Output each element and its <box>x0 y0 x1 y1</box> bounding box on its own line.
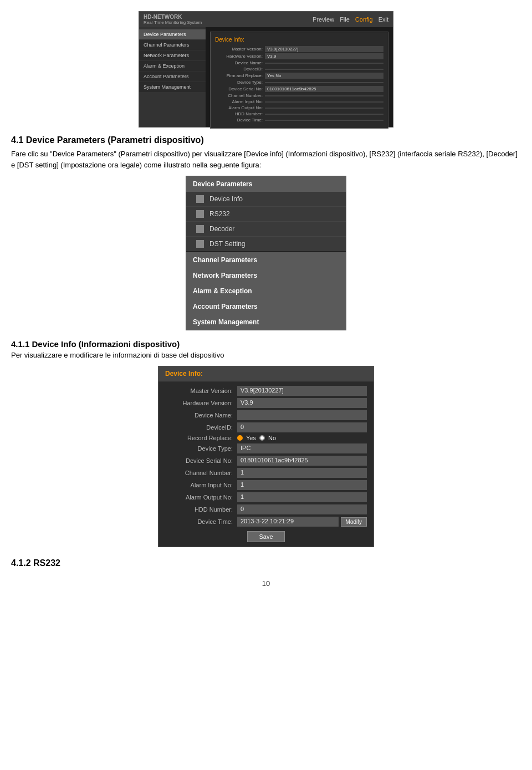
nav-exit[interactable]: Exit <box>378 16 388 23</box>
sidebar-network-params[interactable]: Network Parameters <box>139 50 206 60</box>
top-screenshot-window: HD-NETWORK Real-Time Monitoring System P… <box>139 11 393 128</box>
top-content: Device Parameters Channel Parameters Net… <box>139 27 393 127</box>
top-device-info-title: Device Info: <box>215 37 383 43</box>
radio-no-label[interactable]: No <box>268 435 276 441</box>
top-row-device-time: Device Time: <box>215 118 383 123</box>
top-row-device-id: DeviceID: <box>215 67 383 72</box>
menu-item-rs232-label: RS232 <box>209 210 230 218</box>
top-row-channel: Channel Number: <box>215 93 383 98</box>
save-button[interactable]: Save <box>247 531 284 542</box>
form-row-record-replace: Record Replace: Yes No <box>165 435 367 441</box>
form-row-alarm-out: Alarm Output No: 1 <box>165 492 367 502</box>
menu-item-decoder-label: Decoder <box>209 225 234 233</box>
form-title: Device Info: <box>158 366 374 381</box>
alarm-out-value: 1 <box>237 492 367 502</box>
top-screenshot-area: HD-NETWORK Real-Time Monitoring System P… <box>0 11 532 128</box>
sidebar-system-mgmt[interactable]: System Management <box>139 82 206 92</box>
top-row-hardware: Hardware Version: V3.9 <box>215 53 383 59</box>
nav-file[interactable]: File <box>340 16 350 23</box>
device-type-value: IPC <box>237 443 367 453</box>
top-row-alarm-in: Alarm Input No: <box>215 99 383 104</box>
menu-item-dst-label: DST Setting <box>209 240 245 248</box>
device-time-value: 2013-3-22 10:21:29 <box>237 517 339 527</box>
menu-screenshot: Device Parameters Device Info RS232 Deco… <box>0 176 532 330</box>
form-row-deviceid: DeviceID: 0 <box>165 422 367 432</box>
system-mgmt-header: System Management <box>186 314 346 330</box>
section3-title: 4.1.2 RS232 <box>11 558 521 568</box>
device-time-container: 2013-3-22 10:21:29 Modify <box>237 517 367 527</box>
top-row-record-replace: Firm and Replace: Yes No <box>215 73 383 79</box>
modify-button[interactable]: Modify <box>341 517 367 527</box>
top-main-content: Device Info: Master Version: V3.9[201302… <box>206 27 393 127</box>
menu-item-dst[interactable]: DST Setting <box>186 237 346 252</box>
alarm-exception-header: Alarm & Exception <box>186 283 346 299</box>
page-number: 10 <box>0 579 532 588</box>
device-info-icon <box>196 195 204 203</box>
top-row-device-name: Device Name: <box>215 60 383 65</box>
radio-yes-label[interactable]: Yes <box>246 435 256 441</box>
form-row-device-time: Device Time: 2013-3-22 10:21:29 Modify <box>165 517 367 527</box>
nav-config[interactable]: Config <box>355 16 373 23</box>
form-screenshot: Device Info: Master Version: V3.9[201302… <box>0 366 532 547</box>
hardware-version-value: V3.9 <box>237 398 367 408</box>
menu-item-decoder[interactable]: Decoder <box>186 222 346 237</box>
dst-icon <box>196 240 204 248</box>
top-device-info-box: Device Info: Master Version: V3.9[201302… <box>210 32 388 129</box>
device-name-value[interactable] <box>237 410 367 420</box>
deviceid-value: 0 <box>237 422 367 432</box>
top-row-serial: Device Serial No: 01801010611ac9b42825 <box>215 86 383 92</box>
top-row-master: Master Version: V3.9[20130227] <box>215 46 383 52</box>
channel-value: 1 <box>237 468 367 478</box>
sidebar-alarm-exception[interactable]: Alarm & Exception <box>139 61 206 71</box>
top-bar: HD-NETWORK Real-Time Monitoring System P… <box>139 12 393 27</box>
form-save-row: Save <box>165 531 367 542</box>
section1-body: Fare clic su "Device Parameters" (Parame… <box>11 149 521 170</box>
alarm-in-value: 1 <box>237 480 367 490</box>
rs232-icon <box>196 210 204 218</box>
serial-value: 01801010611ac9b42825 <box>237 456 367 466</box>
form-row-hardware: Hardware Version: V3.9 <box>165 398 367 408</box>
network-params-header: Network Parameters <box>186 268 346 283</box>
app-logo: HD-NETWORK Real-Time Monitoring System <box>144 14 202 25</box>
sidebar-device-params[interactable]: Device Parameters <box>139 29 206 39</box>
section1-title: 4.1 Device Parameters (Parametri disposi… <box>11 135 521 145</box>
top-nav: Preview File Config Exit <box>313 16 388 23</box>
menu-item-device-info[interactable]: Device Info <box>186 192 346 207</box>
form-row-device-name: Device Name: <box>165 410 367 420</box>
radio-yes-dot <box>237 435 243 441</box>
top-row-device-type: Device Type: <box>215 80 383 85</box>
master-version-value: V3.9[20130227] <box>237 386 367 396</box>
form-row-channel: Channel Number: 1 <box>165 468 367 478</box>
device-params-header: Device Parameters <box>186 176 346 192</box>
form-box: Device Info: Master Version: V3.9[201302… <box>158 366 374 547</box>
form-row-serial: Device Serial No: 01801010611ac9b42825 <box>165 456 367 466</box>
menu-item-device-info-label: Device Info <box>209 195 243 203</box>
sidebar-channel-params[interactable]: Channel Parameters <box>139 40 206 50</box>
nav-preview[interactable]: Preview <box>313 16 334 23</box>
menu-item-rs232[interactable]: RS232 <box>186 207 346 222</box>
hdd-value: 0 <box>237 504 367 514</box>
decoder-icon <box>196 225 204 233</box>
section2-title: 4.1.1 Device Info (Informazioni disposit… <box>11 339 521 349</box>
top-row-hdd: HDD Number: <box>215 111 383 116</box>
channel-params-header: Channel Parameters <box>186 252 346 268</box>
top-row-alarm-out: Alarm Output No: <box>215 105 383 110</box>
account-params-header: Account Parameters <box>186 299 346 314</box>
section2-body: Per visualizzare e modificare le informa… <box>11 351 521 359</box>
form-row-alarm-in: Alarm Input No: 1 <box>165 480 367 490</box>
record-replace-radio: Yes No <box>237 435 276 441</box>
menu-box: Device Parameters Device Info RS232 Deco… <box>186 176 346 330</box>
form-row-master: Master Version: V3.9[20130227] <box>165 386 367 396</box>
form-inner: Master Version: V3.9[20130227] Hardware … <box>158 381 374 547</box>
sidebar-account-params[interactable]: Account Parameters <box>139 72 206 81</box>
form-row-hdd: HDD Number: 0 <box>165 504 367 514</box>
top-sidebar: Device Parameters Channel Parameters Net… <box>139 27 206 127</box>
radio-no-dot <box>259 435 265 441</box>
form-row-device-type: Device Type: IPC <box>165 443 367 453</box>
